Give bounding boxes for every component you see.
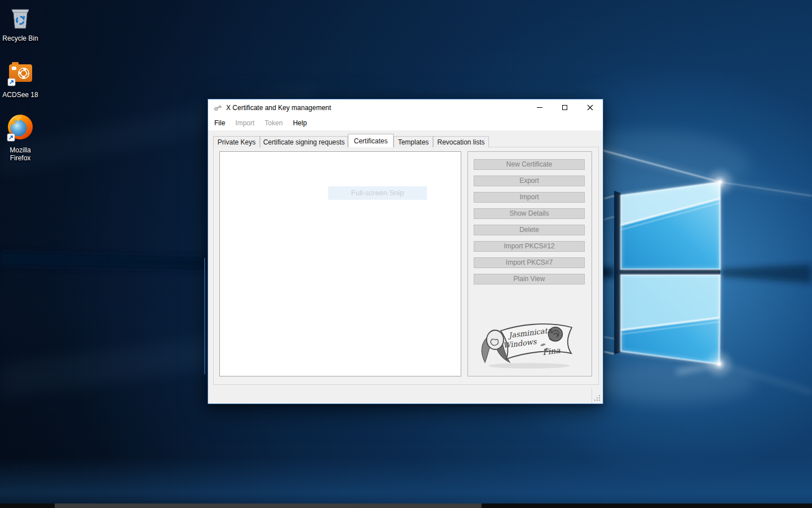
- import-pkcs12-button[interactable]: Import PKCS#12: [474, 241, 585, 252]
- maximize-button[interactable]: [552, 99, 577, 116]
- close-button[interactable]: [577, 99, 603, 116]
- firefox-icon: [7, 114, 34, 144]
- status-bar: [208, 385, 603, 404]
- tab-private-keys[interactable]: Private Keys: [213, 136, 260, 147]
- show-details-button[interactable]: Show Details: [474, 208, 585, 219]
- close-icon: [587, 104, 593, 111]
- import-pkcs7-button[interactable]: Import PKCS#7: [474, 257, 585, 268]
- menu-item-import[interactable]: Import: [230, 117, 259, 129]
- tab-templates[interactable]: Templates: [394, 136, 433, 147]
- desktop-icon-acdsee[interactable]: ACDSee 18: [1, 60, 39, 99]
- minimize-icon: [537, 107, 542, 108]
- minimize-button[interactable]: [527, 99, 552, 116]
- resize-grip[interactable]: [594, 395, 601, 402]
- tab-revocation-lists[interactable]: Revocation lists: [433, 136, 489, 147]
- snip-overlay: Full-screen Snip: [328, 186, 427, 200]
- tab-certificate-signing-requests[interactable]: Certificate signing requests: [260, 136, 348, 147]
- tab-pane: Full-screen Snip New Certificate Export …: [213, 147, 599, 385]
- menubar: File Import Token Help: [208, 116, 603, 130]
- snip-border-line: [204, 258, 205, 374]
- taskbar-segment: [55, 503, 482, 508]
- statusbar-divider: [592, 388, 592, 404]
- delete-button[interactable]: Delete: [474, 225, 585, 235]
- new-certificate-button[interactable]: New Certificate: [474, 159, 585, 170]
- xca-logo: Jasminicata Windows Fina: [477, 316, 577, 370]
- tab-bar: Private Keys Certificate signing request…: [213, 134, 489, 147]
- taskbar[interactable]: [0, 503, 812, 508]
- action-panel: New Certificate Export Import Show Detai…: [467, 151, 592, 376]
- recycle-bin-icon: [7, 3, 34, 33]
- desktop-icon-recycle-bin[interactable]: Recycle Bin: [1, 3, 39, 42]
- icon-label: Mozilla Firefox: [2, 146, 38, 163]
- key-icon: [213, 103, 222, 112]
- titlebar[interactable]: X Certificate and Key management: [208, 99, 603, 116]
- maximize-icon: [562, 105, 567, 110]
- certificate-list[interactable]: Full-screen Snip: [219, 151, 461, 376]
- export-button[interactable]: Export: [474, 176, 585, 186]
- plain-view-button[interactable]: Plain View: [474, 274, 585, 284]
- app-window: X Certificate and Key management File Im…: [208, 99, 603, 404]
- icon-label: Recycle Bin: [2, 34, 38, 42]
- menu-item-file[interactable]: File: [209, 117, 230, 129]
- menu-item-token[interactable]: Token: [259, 117, 288, 129]
- acdsee-icon: [7, 60, 33, 89]
- icon-label: ACDSee 18: [2, 91, 38, 99]
- desktop-icon-firefox[interactable]: Mozilla Firefox: [1, 114, 39, 163]
- import-button[interactable]: Import: [474, 192, 585, 203]
- window-title: X Certificate and Key management: [226, 104, 331, 112]
- menu-item-help[interactable]: Help: [288, 117, 312, 129]
- tab-certificates[interactable]: Certificates: [348, 134, 394, 147]
